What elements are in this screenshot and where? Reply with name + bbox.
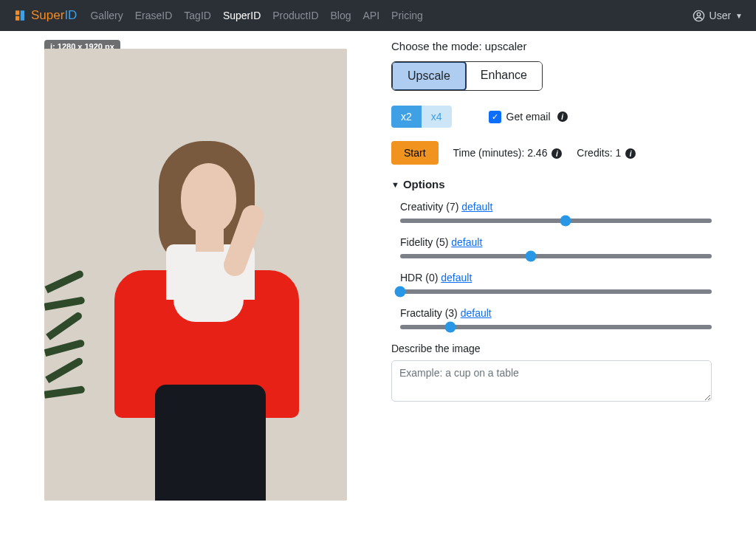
mode-tabs: Upscale Enhance [391,61,543,91]
time-meta: Time (minutes): 2.46 i [453,147,563,159]
brand-text: SuperID [31,8,77,23]
tab-upscale[interactable]: Upscale [391,61,467,91]
scale-x2-button[interactable]: x2 [391,106,422,128]
nav-link-gallery[interactable]: Gallery [90,10,123,21]
scale-group: x2 x4 [391,106,452,128]
slider-thumb-creativity[interactable] [560,216,571,227]
nav-link-tagid[interactable]: TagID [184,10,211,21]
svg-point-1 [697,13,701,16]
default-link-hdr[interactable]: default [441,272,472,284]
nav-link-productid[interactable]: ProductID [272,10,318,21]
slider-track-hdr[interactable] [400,289,712,294]
mode-label: Choose the mode: upscaler [391,40,712,52]
info-icon[interactable]: i [551,148,562,159]
user-label: User [709,10,732,21]
info-icon[interactable]: i [557,111,568,122]
nav-links: GalleryEraseIDTagIDSuperIDProductIDBlogA… [90,10,692,21]
logo-icon [13,9,27,22]
controls-panel: Choose the mode: upscaler Upscale Enhanc… [391,40,712,501]
credits-meta: Credits: 1 i [577,147,636,159]
navbar: SuperID GalleryEraseIDTagIDSuperIDProduc… [0,0,756,31]
start-button[interactable]: Start [391,141,439,165]
slider-track-creativity[interactable] [400,219,712,223]
slider-creativity: Creativity (7) default [400,201,712,223]
slider-thumb-fidelity[interactable] [526,251,537,262]
image-panel: i: 1280 x 1920 px [44,40,347,501]
slider-hdr: HDR (0) default [400,272,712,294]
default-link-fractality[interactable]: default [461,307,492,319]
nav-link-api[interactable]: API [363,10,380,21]
user-icon [693,10,705,22]
options-toggle[interactable]: ▼ Options [391,178,712,190]
nav-link-superid[interactable]: SuperID [223,10,261,21]
default-link-fidelity[interactable]: default [451,236,482,248]
slider-track-fidelity[interactable] [400,254,712,258]
info-icon[interactable]: i [625,148,636,159]
brand-logo[interactable]: SuperID [13,8,77,23]
user-menu[interactable]: User ▼ [693,10,743,22]
slider-fractality: Fractality (3) default [400,307,712,329]
slider-fidelity: Fidelity (5) default [400,236,712,258]
caret-down-icon: ▼ [735,12,743,20]
describe-label: Describe the image [391,343,712,354]
nav-link-pricing[interactable]: Pricing [391,10,423,21]
get-email-label: Get email [506,111,551,123]
default-link-creativity[interactable]: default [461,201,492,213]
caret-down-icon: ▼ [391,180,399,189]
checkbox-checked-icon: ✓ [489,111,501,123]
nav-link-blog[interactable]: Blog [331,10,351,21]
uploaded-image[interactable] [44,49,347,501]
slider-thumb-fractality[interactable] [444,322,456,333]
slider-track-fractality[interactable] [400,325,712,329]
get-email-toggle[interactable]: ✓ Get email i [489,111,568,123]
tab-enhance[interactable]: Enhance [466,62,542,90]
scale-x4-button[interactable]: x4 [422,106,452,128]
describe-input[interactable] [391,360,712,402]
nav-link-eraseid[interactable]: EraseID [135,10,173,21]
slider-thumb-hdr[interactable] [395,286,406,298]
